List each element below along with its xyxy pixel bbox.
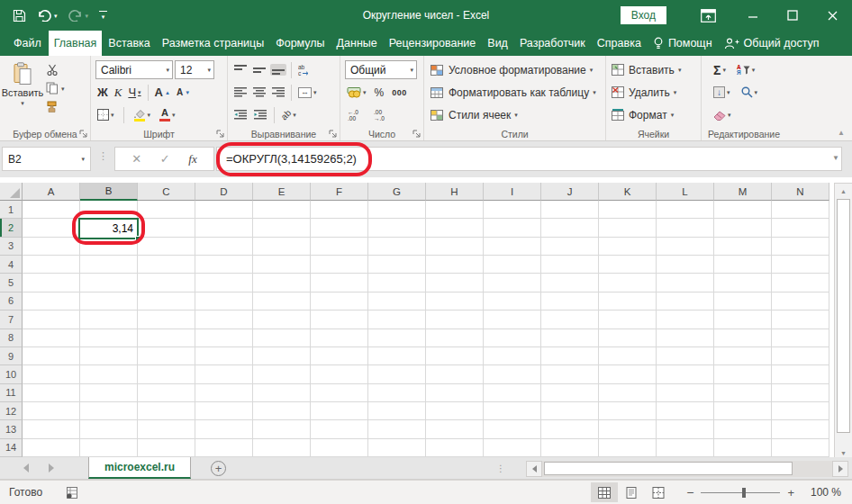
cell-F13[interactable] — [311, 420, 368, 438]
cut-button[interactable] — [44, 63, 67, 76]
paste-button[interactable]: Вставить ▾ — [1, 58, 44, 125]
cell-H5[interactable] — [426, 274, 484, 292]
collapse-ribbon-icon[interactable]: ▲ — [838, 129, 845, 137]
select-all-corner[interactable] — [0, 183, 23, 201]
clear-button[interactable]: ▾ — [712, 109, 733, 122]
cell-C12[interactable] — [138, 402, 195, 420]
cell-M3[interactable] — [714, 238, 772, 256]
cell-H8[interactable] — [426, 329, 484, 347]
zoom-slider[interactable] — [701, 492, 780, 493]
cell-K5[interactable] — [599, 274, 657, 292]
cell-G5[interactable] — [368, 274, 426, 292]
increase-indent-button[interactable] — [252, 109, 269, 121]
column-header-G[interactable]: G — [368, 183, 426, 201]
cell-G13[interactable] — [368, 420, 426, 438]
cancel-formula-icon[interactable]: ✕ — [131, 152, 141, 166]
sheet-tab-active[interactable]: microexcel.ru — [88, 457, 191, 479]
vertical-scrollbar[interactable]: ▲ ▼ — [834, 183, 852, 461]
increase-decimal-button[interactable]: ←.0,00 — [345, 108, 365, 122]
cell-J1[interactable] — [541, 201, 599, 219]
cell-K9[interactable] — [599, 347, 657, 365]
cell-A12[interactable] — [23, 402, 80, 420]
cell-G10[interactable] — [368, 365, 426, 383]
cell-E12[interactable] — [253, 402, 311, 420]
percent-style-button[interactable]: % — [373, 86, 386, 100]
row-header-1[interactable]: 1 — [0, 201, 23, 219]
cell-K13[interactable] — [599, 420, 657, 438]
cell-K11[interactable] — [599, 384, 657, 402]
shrink-font-button[interactable]: А▼ — [175, 87, 192, 98]
cell-K6[interactable] — [599, 292, 657, 310]
cell-L2[interactable] — [657, 219, 714, 237]
cell-N1[interactable] — [772, 201, 829, 219]
decrease-indent-button[interactable] — [232, 109, 249, 121]
accounting-format-button[interactable]: ▾ — [345, 86, 368, 99]
cell-K3[interactable] — [599, 238, 657, 256]
format-as-table-button[interactable]: Форматировать как таблицу▾ — [425, 81, 604, 104]
page-break-view-button[interactable] — [645, 482, 672, 502]
vertical-scrollbar-thumb[interactable] — [837, 199, 850, 433]
tabbar-splitter[interactable]: ⋮ — [496, 464, 505, 473]
italic-button[interactable]: К — [113, 85, 124, 101]
cell-G14[interactable] — [368, 439, 426, 457]
cell-J4[interactable] — [541, 256, 599, 274]
cell-J3[interactable] — [541, 238, 599, 256]
cell-I11[interactable] — [484, 384, 541, 402]
row-header-6[interactable]: 6 — [0, 292, 23, 310]
tab-файл[interactable]: Файл — [7, 31, 48, 56]
horizontal-scrollbar[interactable] — [526, 461, 848, 477]
cell-J2[interactable] — [541, 219, 599, 237]
cell-H12[interactable] — [426, 402, 484, 420]
cell-E3[interactable] — [253, 238, 311, 256]
cell-J11[interactable] — [541, 384, 599, 402]
cell-L6[interactable] — [657, 292, 714, 310]
cell-N4[interactable] — [772, 256, 829, 274]
align-top-button[interactable] — [232, 64, 249, 76]
font-family-select[interactable]: Calibri▾ — [95, 60, 173, 79]
column-header-K[interactable]: K — [599, 183, 657, 201]
cell-M10[interactable] — [714, 365, 772, 383]
cell-B9[interactable] — [80, 347, 138, 365]
cell-B6[interactable] — [80, 292, 138, 310]
row-header-11[interactable]: 11 — [0, 384, 23, 402]
cell-L13[interactable] — [657, 420, 714, 438]
cell-I10[interactable] — [484, 365, 541, 383]
cell-H7[interactable] — [426, 310, 484, 328]
cell-A3[interactable] — [23, 238, 80, 256]
cell-I8[interactable] — [484, 329, 541, 347]
cell-A1[interactable] — [23, 201, 80, 219]
zoom-in-button[interactable]: + — [787, 486, 794, 500]
cell-J13[interactable] — [541, 420, 599, 438]
maximize-button[interactable] — [773, 0, 812, 31]
cell-F1[interactable] — [311, 201, 368, 219]
cell-M4[interactable] — [714, 256, 772, 274]
cell-D7[interactable] — [195, 310, 253, 328]
cell-G8[interactable] — [368, 329, 426, 347]
cell-J7[interactable] — [541, 310, 599, 328]
cell-B4[interactable] — [80, 256, 138, 274]
cell-D12[interactable] — [195, 402, 253, 420]
cell-D6[interactable] — [195, 292, 253, 310]
cell-D5[interactable] — [195, 274, 253, 292]
cell-M12[interactable] — [714, 402, 772, 420]
cell-L3[interactable] — [657, 238, 714, 256]
cell-C2[interactable] — [138, 219, 195, 237]
align-center-button[interactable] — [251, 86, 267, 98]
cell-C1[interactable] — [138, 201, 195, 219]
scroll-left-icon[interactable] — [526, 461, 542, 477]
cell-L7[interactable] — [657, 310, 714, 328]
cell-I7[interactable] — [484, 310, 541, 328]
row-header-2[interactable]: 2 — [0, 219, 23, 237]
cell-I5[interactable] — [484, 274, 541, 292]
cell-C3[interactable] — [138, 238, 195, 256]
cell-C9[interactable] — [138, 347, 195, 365]
cell-G11[interactable] — [368, 384, 426, 402]
cell-M14[interactable] — [714, 439, 772, 457]
column-header-C[interactable]: C — [138, 183, 195, 201]
cell-F3[interactable] — [311, 238, 368, 256]
cell-C14[interactable] — [138, 439, 195, 457]
cell-F7[interactable] — [311, 310, 368, 328]
number-dialog-launcher[interactable] — [412, 130, 421, 138]
cell-G9[interactable] — [368, 347, 426, 365]
cell-E5[interactable] — [253, 274, 311, 292]
